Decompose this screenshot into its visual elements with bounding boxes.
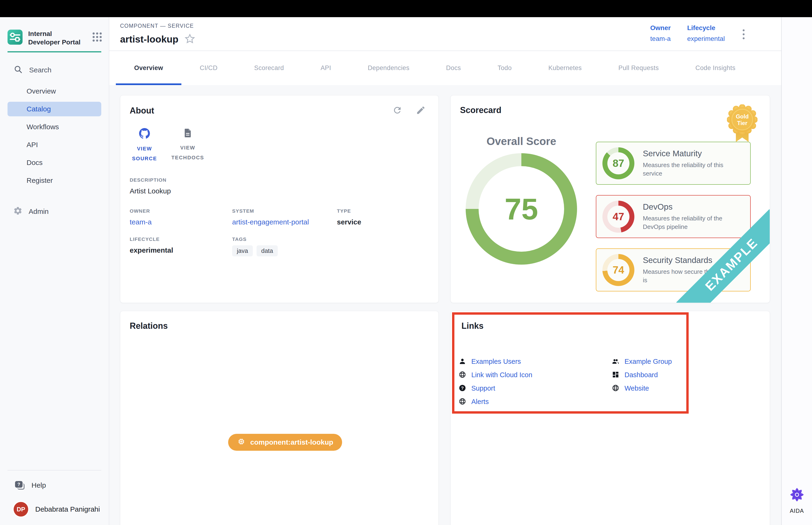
sidebar-search[interactable]: Search (0, 65, 109, 75)
score-ring: 47 (602, 201, 634, 232)
link-support[interactable]: ? Support (459, 381, 532, 395)
tab-code-insights[interactable]: Code Insights (677, 51, 754, 85)
kebab-menu-icon[interactable] (741, 27, 746, 42)
relations-entity-node[interactable]: component:artist-lookup (228, 434, 342, 451)
about-title: About (130, 106, 154, 116)
gear-icon (13, 206, 22, 217)
sidebar-item-admin[interactable]: Admin (0, 206, 109, 217)
tab-api[interactable]: API (302, 51, 349, 85)
search-icon (14, 65, 22, 75)
dashboard-icon (612, 371, 619, 379)
system-top-bar (0, 0, 812, 17)
tab-pull-requests[interactable]: Pull Requests (600, 51, 677, 85)
type-field: TYPE service (337, 208, 429, 226)
link-website[interactable]: Website (612, 381, 672, 395)
score-ring: 74 (602, 254, 634, 286)
aida-label: AIDA (790, 508, 804, 514)
scorecard-item-devops[interactable]: 47 DevOps Measures the reliability of th… (596, 195, 751, 238)
brand-divider (7, 51, 101, 52)
user-menu[interactable]: DP Debabrata Panigrahi (0, 501, 109, 517)
help-label: Help (31, 481, 46, 489)
entity-header: COMPONENT — SERVICE artist-lookup Owner … (109, 17, 781, 51)
user-icon (459, 357, 466, 366)
sidebar-item-workflows[interactable]: Workflows (7, 120, 101, 134)
globe-icon (612, 384, 619, 393)
sidebar-divider (7, 470, 101, 470)
globe-icon (459, 397, 466, 406)
owner-value-link[interactable]: team-a (650, 35, 671, 43)
user-name: Debabrata Panigrahi (35, 505, 100, 513)
link-example-group[interactable]: Example Group (612, 355, 672, 368)
gold-tier-badge: Gold Tier (727, 104, 757, 144)
system-field: SYSTEM artist-engagement-portal (232, 208, 337, 226)
help-button[interactable]: ? Help (0, 479, 109, 491)
lifecycle-value-link[interactable]: experimental (687, 35, 725, 43)
system-link[interactable]: artist-engagement-portal (232, 218, 337, 226)
tab-dependencies[interactable]: Dependencies (349, 51, 428, 85)
sidebar: Internal Developer Portal Search Overvie… (0, 17, 109, 525)
scorecard-card: Scorecard Overall Score 75 87 Service Ma (450, 95, 770, 303)
globe-icon (459, 371, 466, 379)
refresh-icon[interactable] (393, 105, 402, 116)
owner-link[interactable]: team-a (130, 218, 232, 226)
link-dashboard[interactable]: Dashboard (612, 368, 672, 381)
relations-card: Relations component:artist-lookup (120, 311, 439, 525)
link-alerts[interactable]: Alerts (459, 395, 532, 408)
link-examples-users[interactable]: Examples Users (459, 355, 532, 368)
view-techdocs-link[interactable]: VIEWTECHDOCS (168, 128, 208, 164)
portal-title: Internal Developer Portal (28, 30, 83, 46)
scorecard-item-service-maturity[interactable]: 87 Service Maturity Measures the reliabi… (596, 142, 751, 185)
tab-docs[interactable]: Docs (428, 51, 479, 85)
description-value: Artist Lookup (130, 187, 429, 195)
link-cloud[interactable]: Link with Cloud Icon (459, 368, 532, 381)
page-title: artist-lookup (120, 34, 178, 45)
tab-scorecard[interactable]: Scorecard (236, 51, 302, 85)
edit-pencil-icon[interactable] (416, 105, 426, 116)
lifecycle-field: LIFECYCLE experimental (130, 236, 232, 256)
links-title: Links (461, 321, 484, 331)
group-icon (612, 357, 619, 366)
sidebar-item-docs[interactable]: Docs (7, 155, 101, 170)
assistant-panel: AIDA (781, 17, 812, 525)
owner-label: Owner (650, 24, 671, 32)
owner-field: OWNER team-a (130, 208, 232, 226)
tags-field: TAGS java data (232, 236, 337, 256)
overall-donut: 75 (466, 153, 577, 265)
tab-cicd[interactable]: CI/CD (181, 51, 236, 85)
owner-meta: Owner team-a (650, 24, 671, 43)
links-card: Links Examples Users (450, 311, 770, 525)
svg-text:?: ? (461, 386, 463, 390)
sidebar-item-register[interactable]: Register (7, 173, 101, 188)
help-circle-icon: ? (459, 384, 466, 393)
lifecycle-label: Lifecycle (687, 24, 725, 32)
help-chat-icon: ? (15, 481, 25, 490)
entity-tabs: Overview CI/CD Scorecard API Dependencie… (109, 51, 781, 85)
github-icon (139, 128, 150, 140)
apps-grid-icon[interactable] (93, 32, 102, 42)
breadcrumb: COMPONENT — SERVICE (120, 23, 195, 29)
tab-todo[interactable]: Todo (479, 51, 530, 85)
aida-flower-icon[interactable] (789, 487, 805, 504)
overall-score-gauge: Overall Score 75 (466, 135, 577, 265)
badge-line1: Gold (736, 113, 749, 120)
sidebar-item-api[interactable]: API (7, 137, 101, 152)
sidebar-item-catalog[interactable]: Catalog (7, 102, 101, 116)
tab-kubernetes[interactable]: Kubernetes (530, 51, 600, 85)
tab-overview[interactable]: Overview (116, 51, 181, 85)
favorite-star-icon[interactable] (184, 33, 195, 45)
search-label: Search (29, 66, 51, 74)
badge-line2: Tier (737, 120, 747, 126)
score-ring: 87 (602, 147, 634, 179)
document-icon (183, 128, 193, 139)
view-source-link[interactable]: VIEWSOURCE (124, 128, 165, 164)
description-label: DESCRIPTION (130, 177, 429, 183)
scorecard-title: Scorecard (460, 105, 501, 115)
sidebar-item-overview[interactable]: Overview (7, 84, 101, 99)
about-card: About (120, 95, 439, 303)
tag-chip: data (257, 245, 278, 256)
tag-chip: java (232, 245, 253, 256)
admin-label: Admin (29, 208, 49, 215)
relations-title: Relations (130, 321, 168, 331)
avatar: DP (14, 502, 28, 516)
portal-logo[interactable] (7, 30, 22, 45)
